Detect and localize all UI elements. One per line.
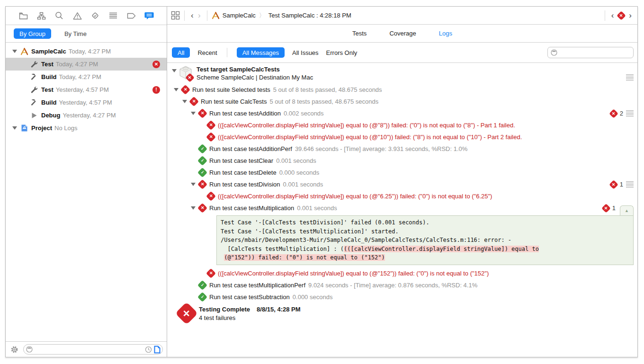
divider [207,10,207,21]
disclosure-triangle-icon[interactable] [182,100,187,103]
complete-title: Testing Complete [199,306,250,313]
error-diamond-icon: ✕ [206,191,216,201]
report-navigator: By Group By Time SampleCalc Today, 4:27 … [6,7,167,357]
transcript-icon[interactable] [626,110,634,116]
log-row-testSubtraction[interactable]: ✓ Run test case testSubtraction 0.000 se… [167,291,637,303]
success-diamond-icon: ✓ [197,280,207,290]
disclosure-triangle-icon[interactable] [12,50,17,53]
app-icon [20,47,28,55]
log-row-testClear[interactable]: ✓ Run test case testClear 0.001 seconds [167,155,637,167]
error-diamond-icon: ✕ [609,180,618,189]
transcript-icon[interactable] [626,74,634,80]
tab-tests[interactable]: Tests [352,30,367,37]
report-navigator-icon[interactable] [144,10,154,21]
error-count: 1 [612,204,616,212]
console-transcript: Test Case '-[CalcTests testDivision]' fa… [216,215,634,265]
error-badge: ✕ [152,61,160,68]
log-row-testAddition[interactable]: ✕ Run test case testAddition 0.002 secon… [167,107,637,119]
success-diamond-icon: ✓ [197,156,207,166]
issue-navigator-icon[interactable] [72,10,82,21]
log-row-testDivision[interactable]: ✕ Run test case testDivision 0.001 secon… [167,178,637,190]
disclosure-triangle-icon[interactable] [174,88,179,91]
error-diamond-icon: ✕ [206,132,216,142]
breakpoint-navigator-icon[interactable] [126,10,136,21]
error-diamond-icon: ✕ [197,179,207,189]
scope-recent-button[interactable]: Recent [197,49,217,56]
tab-logs[interactable]: Logs [439,30,452,37]
log-row-testing-complete[interactable]: ✕ Testing Complete8/8/15, 4:28 PM 4 test… [167,304,637,326]
tree-item-test-yesterday[interactable]: Test Yesterday, 4:57 PM ! [6,83,167,96]
log-tree: SampleCalc Today, 4:27 PM Test Today, 4:… [6,43,167,341]
disclosure-triangle-icon[interactable] [191,183,196,186]
target-subtitle: Scheme SampleCalc | Destination My Mac [197,74,313,81]
breadcrumb-entry[interactable]: Test SampleCalc : 4:28:18 PM [268,12,351,19]
success-diamond-icon: ✓ [197,168,207,178]
sidebar-filter-bar [6,341,167,357]
filter-all-messages-button[interactable]: All Messages [237,47,285,58]
forward-arrow[interactable]: › [196,11,203,20]
editor-area: ‹ › SampleCalc 〉 Test SampleCalc : 4:28:… [167,7,637,357]
log-row-testMultiplicationPerf[interactable]: ✓ Run test case testMultiplicationPerf 9… [167,279,637,291]
debug-navigator-icon[interactable] [108,10,118,21]
log-row-testMultiplication[interactable]: ✕ Run test case testMultiplication 0.001… [167,202,637,214]
log-row-suite-calctests[interactable]: ✕ Run test suite CalcTests 5 out of 8 te… [167,96,637,107]
testing-failed-badge: ✕ [175,302,198,324]
navigator-selector-bar [6,7,167,25]
error-diamond-icon: ✕ [206,120,216,130]
project-navigator-icon[interactable] [18,10,28,21]
tab-coverage[interactable]: Coverage [389,30,416,37]
test-navigator-icon[interactable] [90,10,100,21]
transcript-icon[interactable] [626,181,634,187]
sidebar-filter-input[interactable] [35,346,143,353]
next-issue-arrow[interactable]: › [627,11,634,20]
filter-errors-only-button[interactable]: Errors Only [326,49,358,56]
log-search-input[interactable] [560,49,630,56]
log-row-failure-message[interactable]: ✕ (([calcViewController.displayField str… [167,190,637,202]
symbol-navigator-icon[interactable] [36,10,46,21]
log-row-suite-selected[interactable]: ✕ Run test suite Selected tests 5 out of… [167,84,637,96]
tree-item-project[interactable]: Project No Logs [6,122,167,134]
disclosure-triangle-icon[interactable] [12,126,17,130]
divider [184,10,185,21]
disclosure-triangle-icon[interactable] [191,206,196,210]
report-tabs: Tests Coverage Logs [167,25,637,43]
tree-item-build-yesterday[interactable]: Build Yesterday, 4:57 PM [6,96,167,109]
flagged-doc-icon[interactable] [154,346,161,354]
log-row-failure-message[interactable]: ✕ (([calcViewController.displayField str… [167,267,637,279]
tree-item-build-today[interactable]: Build Today, 4:27 PM [6,71,167,83]
tree-item-test-today[interactable]: Test Today, 4:27 PM ✕ [6,58,167,71]
error-count: 1 [620,181,623,188]
previous-issue-arrow[interactable]: ‹ [609,11,616,20]
gear-icon[interactable] [10,346,18,354]
sidebar-filter-field[interactable] [23,344,163,355]
tab-by-time[interactable]: By Time [59,28,92,39]
issue-error-badge: ✕ [617,11,626,20]
sidebar-scope-tabs: By Group By Time [6,25,167,43]
log-row-testDelete[interactable]: ✓ Run test case testDelete 0.000 seconds [167,167,637,178]
tree-item-debug-yesterday[interactable]: Debug Yesterday, 4:27 PM [6,109,167,122]
clock-icon[interactable] [145,346,152,353]
scope-all-button[interactable]: All [172,47,190,58]
app-icon [212,11,220,19]
find-navigator-icon[interactable] [54,10,64,21]
related-items-icon[interactable] [171,11,180,20]
disclosure-triangle-icon[interactable] [172,69,177,72]
success-diamond-icon: ✓ [197,144,207,154]
filter-icon [26,346,33,353]
error-diamond-icon: ✕ [189,97,199,107]
log-row-testAdditionPerf[interactable]: ✓ Run test case testAdditionPerf 39.646 … [167,143,637,155]
log-row-failure-message[interactable]: ✕ (([calcViewController.displayField str… [167,131,637,143]
log-row-test-target[interactable]: Test target SampleCalcTests ✕ Scheme Sam… [167,65,637,83]
collapse-transcript-button[interactable]: ▲ [620,205,634,215]
breadcrumb-project[interactable]: SampleCalc [223,12,256,19]
back-arrow[interactable]: ‹ [189,11,196,20]
divider [227,48,227,57]
log-row-failure-message[interactable]: ✕ (([calcViewController.displayField str… [167,119,637,131]
log-search-field[interactable] [547,47,634,58]
tab-by-group[interactable]: By Group [14,28,51,39]
wrench-icon [30,86,38,94]
tree-item-samplecalc[interactable]: SampleCalc Today, 4:27 PM [6,45,167,58]
disclosure-triangle-icon[interactable] [191,112,196,115]
filter-all-issues-button[interactable]: All Issues [292,49,319,56]
divider [605,10,605,21]
